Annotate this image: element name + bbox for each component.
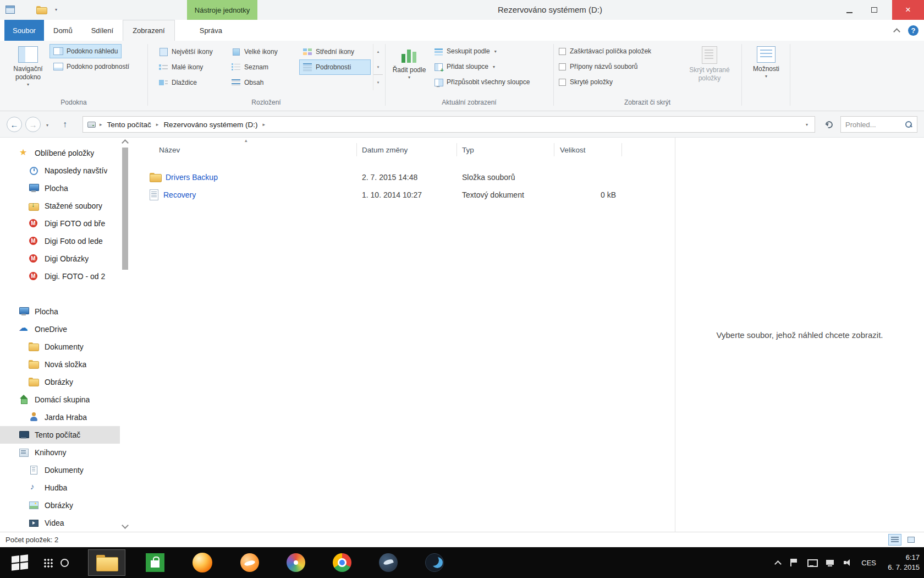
sidebar-item-desktop-2[interactable]: Plocha — [0, 303, 120, 320]
group-by-button[interactable]: Seskupit podle ▾ — [430, 44, 501, 58]
language-indicator[interactable]: CES — [861, 559, 876, 567]
clock[interactable]: 6:17 6. 7. 2015 — [884, 553, 920, 572]
taskbar-chrome[interactable] — [326, 549, 359, 576]
details-pane-button[interactable]: Podokno podrobností — [50, 59, 133, 74]
item-check-boxes-checkbox[interactable]: Zaškrtávací políčka položek — [559, 44, 651, 58]
hidden-items-checkbox[interactable]: Skryté položky — [559, 75, 613, 89]
hide-selected-items-button[interactable]: Skrýt vybrané položky — [680, 43, 739, 96]
navigation-pane-button[interactable]: Navigační podokno ▾ — [8, 43, 48, 96]
tray-expand-icon[interactable] — [774, 560, 782, 568]
up-button[interactable]: ↑ — [57, 117, 73, 132]
sidebar-item-favorites[interactable]: Oblíbené položky — [0, 144, 120, 162]
view-option-small-icons[interactable]: Malé ikony — [155, 59, 228, 75]
quick-access-folder-icon[interactable] — [36, 6, 46, 13]
details-view-toggle[interactable] — [888, 534, 901, 546]
address-dropdown-icon[interactable]: ▾ — [806, 122, 810, 127]
sidebar-item-new-folder[interactable]: Nová složka — [0, 356, 120, 373]
column-separator[interactable] — [622, 143, 622, 156]
scroll-down-icon[interactable] — [122, 522, 129, 529]
sidebar-item-downloads[interactable]: Stažené soubory — [0, 197, 120, 215]
search-icon[interactable] — [905, 121, 912, 128]
taskbar-firefox[interactable] — [186, 549, 219, 576]
search-button[interactable] — [57, 549, 72, 576]
display-icon[interactable] — [807, 558, 817, 567]
sidebar-item-homegroup[interactable]: Domácí skupina — [0, 391, 120, 408]
column-header-name[interactable]: Název — [159, 138, 180, 161]
taskbar-thunderbird[interactable] — [372, 549, 405, 576]
breadcrumb-separator-icon[interactable]: ▸ — [258, 122, 269, 127]
thumbnails-view-toggle[interactable] — [904, 534, 917, 546]
sidebar-item-pictures[interactable]: Obrázky — [0, 373, 120, 391]
column-header-date[interactable]: Datum změny — [362, 138, 408, 161]
column-header-size[interactable]: Velikost — [560, 138, 586, 161]
size-all-columns-button[interactable]: Přizpůsobit všechny sloupce — [430, 75, 534, 89]
view-option-details[interactable]: Podrobnosti — [299, 59, 371, 75]
refresh-button[interactable] — [821, 116, 837, 133]
add-columns-button[interactable]: Přidat sloupce ▾ — [430, 59, 499, 74]
sidebar-item-jarda-hraba[interactable]: Jarda Hraba — [0, 408, 120, 426]
taskbar-photos-app[interactable] — [279, 549, 312, 576]
tab-share[interactable]: Sdílení — [82, 20, 123, 41]
taskbar-palemoon[interactable] — [418, 549, 451, 576]
file-name-extensions-checkbox[interactable]: Přípony názvů souborů — [559, 59, 637, 74]
sidebar-item-documents[interactable]: Dokumenty — [0, 338, 120, 356]
scrollbar-thumb[interactable] — [122, 148, 128, 270]
sidebar-item-digi-foto-2[interactable]: Digi Foto od lede — [0, 232, 120, 250]
close-button[interactable]: × — [892, 0, 924, 20]
file-row-drivers-backup[interactable]: Drivers Backup 2. 7. 2015 14:48 Složka s… — [139, 168, 675, 186]
preview-pane-button[interactable]: Podokno náhledu — [50, 44, 122, 58]
tab-manage[interactable]: Správa — [190, 20, 232, 41]
search-input[interactable] — [845, 121, 901, 129]
apps-grid-button[interactable] — [41, 549, 55, 576]
forward-button[interactable]: → — [25, 117, 41, 132]
taskbar-file-explorer[interactable] — [88, 549, 125, 576]
scroll-up-icon[interactable] — [122, 139, 129, 146]
gallery-scroll-up-icon[interactable]: ▴ — [373, 44, 383, 59]
collapse-ribbon-icon[interactable] — [893, 28, 900, 35]
maximize-button[interactable] — [862, 0, 887, 20]
view-option-list[interactable]: Seznam — [228, 59, 299, 75]
view-option-content[interactable]: Obsah — [228, 75, 299, 90]
file-row-recovery[interactable]: Recovery 1. 10. 2014 10:27 Textový dokum… — [139, 186, 675, 204]
breadcrumb-this-pc[interactable]: Tento počítač — [106, 121, 152, 129]
sidebar-item-desktop[interactable]: Plocha — [0, 179, 120, 197]
sidebar-item-digi-foto-1[interactable]: Digi FOTO od bře — [0, 215, 120, 232]
address-bar[interactable]: ▸ Tento počítač ▸ Rezervováno systémem (… — [82, 116, 815, 133]
tab-home[interactable]: Domů — [44, 20, 82, 41]
column-separator[interactable] — [457, 143, 457, 156]
qat-dropdown-icon[interactable]: ▾ — [55, 7, 57, 12]
sidebar-item-onedrive[interactable]: OneDrive — [0, 320, 120, 338]
sidebar-item-recent-places[interactable]: Naposledy navštív — [0, 162, 120, 179]
view-option-largest-icons[interactable]: Největší ikony — [155, 44, 228, 59]
view-option-large-icons[interactable]: Velké ikony — [228, 44, 299, 59]
sidebar-item-digi-foto-3[interactable]: Digi. FOTO - od 2 — [0, 268, 120, 285]
tab-view[interactable]: Zobrazení — [123, 20, 175, 41]
file-name[interactable]: Recovery — [163, 190, 196, 199]
sidebar-item-music-library[interactable]: Hudba — [0, 479, 120, 497]
column-header-type[interactable]: Typ — [462, 138, 474, 161]
view-option-tiles[interactable]: Dlaždice — [155, 75, 228, 90]
sidebar-item-this-pc[interactable]: Tento počítač — [0, 426, 120, 444]
sidebar-item-pictures-library[interactable]: Obrázky — [0, 497, 120, 514]
start-button[interactable] — [6, 549, 34, 576]
sidebar-item-digi-obrazky[interactable]: Digi Obrázky — [0, 250, 120, 268]
options-button[interactable]: Možnosti ▾ — [745, 43, 788, 96]
back-button[interactable]: ← — [7, 117, 22, 132]
minimize-button[interactable] — [837, 0, 862, 20]
action-center-flag-icon[interactable] — [789, 558, 799, 567]
taskbar-mail-app[interactable] — [233, 549, 266, 576]
file-name[interactable]: Drivers Backup — [166, 173, 218, 182]
sidebar-scrollbar[interactable] — [121, 138, 129, 532]
breadcrumb-drive-d[interactable]: Rezervováno systémem (D:) — [162, 121, 258, 129]
column-separator[interactable] — [554, 143, 554, 156]
network-icon[interactable] — [825, 558, 835, 567]
explorer-window-icon[interactable] — [6, 6, 15, 14]
tab-file[interactable]: Soubor — [4, 20, 44, 41]
sort-by-button[interactable]: Řadit podle ▾ — [392, 43, 427, 96]
gallery-scroll-down-icon[interactable]: ▾ — [373, 59, 383, 75]
sidebar-item-videos-library[interactable]: Videa — [0, 514, 120, 532]
recent-locations-icon[interactable]: ▾ — [46, 123, 48, 128]
breadcrumb-separator-icon[interactable]: ▸ — [152, 122, 163, 127]
column-separator[interactable] — [356, 143, 357, 156]
volume-icon[interactable] — [843, 558, 853, 567]
